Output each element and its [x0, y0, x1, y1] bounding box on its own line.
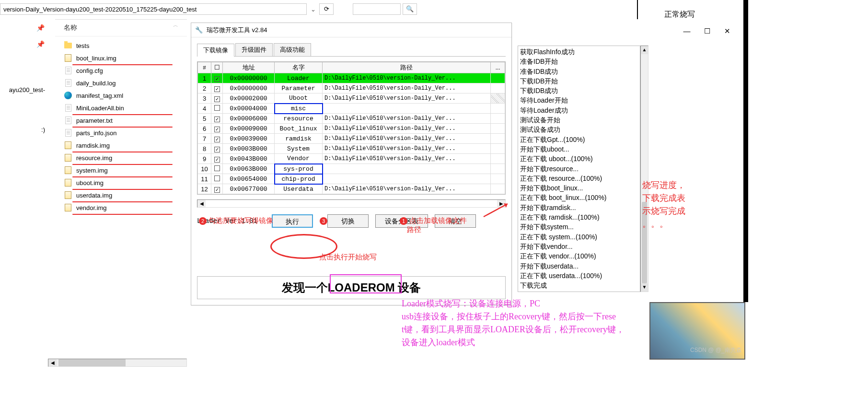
scroll-up-icon[interactable]: ▲ — [641, 46, 648, 54]
maximize-button[interactable]: ☐ — [697, 27, 717, 38]
table-row[interactable]: 90x0043B000VendorD:\DailyFile\0510\versi… — [198, 154, 505, 164]
checkbox[interactable] — [214, 147, 220, 152]
log-line: 等待Loader成功 — [520, 105, 638, 115]
table-row[interactable]: 50x00006000resourceD:\DailyFile\0510\ver… — [198, 114, 505, 124]
cell-browse[interactable] — [491, 144, 505, 154]
tab-advanced[interactable]: 高级功能 — [274, 43, 311, 56]
cell-browse[interactable] — [491, 174, 505, 184]
explorer-horizontal-scrollbar[interactable]: ◀ — [48, 359, 187, 367]
scroll-down-icon[interactable]: ▼ — [641, 283, 648, 292]
vertical-scrollbar[interactable]: ▲ ▼ — [640, 46, 648, 292]
chevron-up-icon[interactable]: ︿ — [173, 22, 178, 29]
tab-upgrade-firmware[interactable]: 升级固件 — [235, 43, 273, 56]
file-item[interactable]: userdata.img — [55, 189, 187, 201]
cell-path[interactable]: D:\DailyFile\0510\version-Daily_Ver... — [323, 114, 491, 124]
cell-browse[interactable] — [491, 164, 505, 174]
cell-path[interactable]: D:\DailyFile\0510\version-Daily_Ver... — [323, 154, 491, 164]
log-panel[interactable]: 获取FlashInfo成功准备IDB开始准备IDB成功下载IDB开始下载IDB成… — [518, 46, 640, 292]
cell-path[interactable] — [323, 104, 491, 114]
table-row[interactable]: 100x0063B000sys-prod — [198, 164, 505, 174]
checkbox[interactable] — [214, 175, 220, 181]
cell-browse[interactable] — [491, 83, 505, 93]
file-item[interactable]: system.img — [55, 164, 187, 176]
file-item[interactable]: uboot.img — [55, 176, 187, 189]
address-input[interactable] — [0, 3, 307, 15]
watermark: CSDN @ @_南先森 — [690, 346, 742, 354]
refresh-button[interactable]: ⟳ — [319, 3, 334, 15]
col-path[interactable]: 路径 — [323, 62, 491, 73]
checkbox[interactable] — [214, 137, 220, 142]
file-item[interactable]: daily_build.log — [55, 77, 187, 89]
execute-button[interactable]: 执行 — [272, 214, 313, 228]
search-button[interactable]: 🔍 — [403, 3, 417, 15]
cell-browse[interactable] — [491, 154, 505, 164]
cell-address: 0x0043B000 — [223, 154, 275, 164]
explorer-header[interactable]: 名称 ︿ — [55, 20, 187, 36]
cell-browse[interactable] — [491, 184, 505, 194]
table-row[interactable]: 70x00039000ramdiskD:\DailyFile\0510\vers… — [198, 134, 505, 144]
checkbox[interactable] — [214, 127, 220, 132]
cell-browse[interactable] — [491, 124, 505, 134]
file-item[interactable]: vendor.img — [55, 201, 187, 214]
file-item[interactable]: MiniLoaderAll.bin — [55, 102, 187, 114]
table-row[interactable]: 60x00009000Boot_linuxD:\DailyFile\0510\v… — [198, 124, 505, 134]
checkbox[interactable] — [214, 76, 220, 82]
file-item[interactable]: ramdisk.img — [55, 139, 187, 152]
cell-browse[interactable] — [491, 93, 505, 104]
table-row[interactable]: 110x00654000chip-prod — [198, 174, 505, 184]
pin-icon[interactable]: 📌 — [36, 40, 51, 48]
col-dots[interactable]: ... — [491, 62, 505, 73]
search-input[interactable] — [353, 3, 401, 15]
chevron-down-icon[interactable]: ⌄ — [309, 6, 317, 13]
checkbox[interactable] — [214, 96, 220, 102]
switch-button[interactable]: 切换 — [327, 214, 369, 228]
close-button[interactable]: ✕ — [717, 27, 737, 38]
table-row[interactable]: 40x00004000misc — [198, 104, 505, 114]
table-row[interactable]: 20x00000000ParameterD:\DailyFile\0510\ve… — [198, 83, 505, 93]
cell-path[interactable]: D:\DailyFile\0510\version-Daily_Ver... — [323, 124, 491, 134]
file-item[interactable]: manifest_tag.xml — [55, 89, 187, 102]
cell-path[interactable] — [323, 174, 491, 184]
table-row[interactable]: 30x00002000UbootD:\DailyFile\0510\versio… — [198, 93, 505, 104]
cell-path[interactable]: D:\DailyFile\0510\version-Daily_Ver... — [323, 184, 491, 194]
minimize-button[interactable]: — — [677, 27, 697, 38]
tab-download-image[interactable]: 下载镜像 — [197, 44, 234, 57]
col-num[interactable]: # — [198, 62, 211, 73]
cell-browse[interactable] — [491, 134, 505, 144]
checkbox[interactable] — [214, 105, 220, 111]
cell-path[interactable]: D:\DailyFile\0510\version-Daily_Ver... — [323, 144, 491, 154]
pin-icon[interactable]: 📌 — [36, 24, 51, 32]
table-row[interactable]: 10x00000000LoaderD:\DailyFile\0510\versi… — [198, 73, 505, 83]
cell-browse[interactable] — [491, 114, 505, 124]
scroll-left-icon[interactable]: ◀ — [48, 359, 57, 366]
cell-path[interactable]: D:\DailyFile\0510\version-Daily_Ver... — [323, 93, 491, 104]
row-number: 8 — [198, 144, 211, 154]
img-icon — [64, 178, 72, 187]
cell-path[interactable]: D:\DailyFile\0510\version-Daily_Ver... — [323, 73, 491, 83]
col-check[interactable]: ☐ — [211, 62, 223, 73]
cell-path[interactable]: D:\DailyFile\0510\version-Daily_Ver... — [323, 83, 491, 93]
file-item[interactable]: config.cfg — [55, 64, 187, 77]
checkbox[interactable] — [214, 187, 220, 193]
cell-browse[interactable] — [491, 104, 505, 114]
checkbox[interactable] — [214, 86, 220, 92]
file-item[interactable]: parameter.txt — [55, 114, 187, 127]
col-address[interactable]: 地址 — [223, 62, 275, 73]
cell-path[interactable] — [323, 164, 491, 174]
checkbox[interactable] — [214, 117, 220, 122]
cell-path[interactable]: D:\DailyFile\0510\version-Daily_Ver... — [323, 134, 491, 144]
window-title-bar[interactable]: 🔧 瑞芯微开发工具 v2.84 — [191, 23, 511, 37]
file-item[interactable]: boot_linux.img — [55, 52, 187, 64]
horizontal-scrollbar[interactable]: ◀ ▶ — [197, 199, 506, 208]
file-item[interactable]: tests — [55, 39, 187, 52]
file-item[interactable]: parts_info.json — [55, 127, 187, 139]
cell-browse[interactable] — [491, 73, 505, 83]
folder-icon — [64, 41, 72, 50]
table-row[interactable]: 120x00677000UserdataD:\DailyFile\0510\ve… — [198, 184, 505, 194]
checkbox[interactable] — [214, 165, 220, 171]
checkbox[interactable] — [214, 157, 220, 163]
file-item[interactable]: resource.img — [55, 152, 187, 164]
col-name[interactable]: 名字 — [275, 62, 323, 73]
scroll-left-icon[interactable]: ◀ — [197, 200, 206, 207]
table-row[interactable]: 80x0003B000SystemD:\DailyFile\0510\versi… — [198, 144, 505, 154]
